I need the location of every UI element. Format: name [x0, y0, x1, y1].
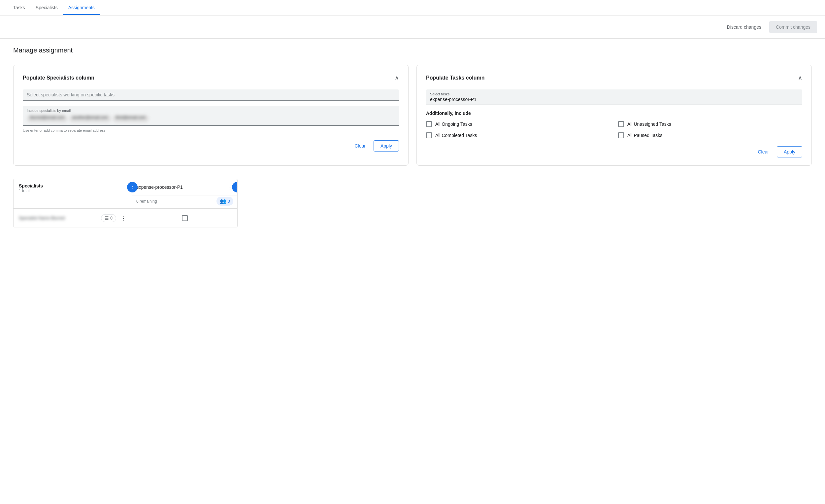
specialists-card-title: Populate Specialists column — [23, 75, 94, 81]
badge-number: 0 — [228, 199, 230, 204]
checkbox-ongoing-box[interactable] — [426, 121, 432, 127]
main-content: Populate Specialists column ∧ Include sp… — [0, 59, 825, 240]
header-bar: Discard changes Commit changes — [0, 16, 825, 39]
tasks-select-input[interactable] — [430, 97, 798, 104]
commit-changes-button[interactable]: Commit changes — [769, 21, 817, 33]
specialist-task-count: 0 — [110, 216, 112, 220]
col-specialists-header: Specialists 1 total — [13, 179, 132, 208]
checkbox-unassigned-label: All Unassigned Tasks — [627, 122, 671, 127]
task-sub-row: 0 remaining 👥 0 — [132, 195, 237, 208]
col-specialists-title: Specialists — [19, 183, 127, 189]
task-assignment-checkbox[interactable] — [182, 215, 188, 221]
specialist-cell: Specialist Name Blurred ☰ 0 ⋮ — [13, 209, 132, 227]
tab-specialists[interactable]: Specialists — [30, 1, 63, 15]
task-name: expense-processor-P1 — [136, 185, 183, 190]
task-cell[interactable] — [132, 209, 237, 227]
email-tag: blurred@email.com — [27, 115, 68, 123]
checkbox-unassigned-box[interactable] — [618, 121, 624, 127]
specialist-badge: ☰ 0 — [101, 214, 116, 222]
checkbox-grid: All Ongoing Tasks All Unassigned Tasks A… — [426, 121, 802, 138]
email-tag: third@email.com — [112, 115, 149, 123]
specialists-card: Populate Specialists column ∧ Include sp… — [13, 65, 408, 166]
email-tag: another@email.com — [69, 115, 111, 123]
tab-assignments[interactable]: Assignments — [63, 1, 100, 15]
checkbox-unassigned[interactable]: All Unassigned Tasks — [618, 121, 802, 127]
table-header-row: Specialists 1 total ‹ expense-processor-… — [13, 179, 237, 209]
tasks-chevron-icon[interactable]: ∧ — [798, 74, 802, 81]
cards-row: Populate Specialists column ∧ Include sp… — [13, 65, 812, 166]
checkbox-completed-label: All Completed Tasks — [435, 133, 477, 138]
badge-count: 👥 0 — [217, 197, 233, 206]
tasks-select-field[interactable]: Select tasks — [426, 89, 802, 105]
specialists-select-field[interactable] — [23, 89, 399, 101]
checkbox-paused-label: All Paused Tasks — [627, 133, 662, 138]
checkbox-completed[interactable]: All Completed Tasks — [426, 132, 610, 138]
remaining-text: 0 remaining — [136, 199, 157, 204]
discard-changes-button[interactable]: Discard changes — [722, 22, 767, 32]
specialists-select-input[interactable] — [27, 92, 395, 100]
checkbox-paused-box[interactable] — [618, 132, 624, 138]
tasks-apply-button[interactable]: Apply — [777, 146, 802, 157]
email-box: Include specialists by email blurred@ema… — [23, 106, 399, 126]
badge-people-icon: 👥 — [220, 198, 226, 204]
prev-task-button[interactable]: ‹ — [127, 182, 138, 193]
col-specialists-count: 1 total — [19, 189, 127, 193]
specialists-card-header: Populate Specialists column ∧ — [23, 74, 399, 81]
specialist-name: Specialist Name Blurred — [19, 216, 97, 220]
specialists-card-actions: Clear Apply — [23, 140, 399, 151]
task-header: ‹ expense-processor-P1 ⋮ › — [132, 179, 237, 195]
tasks-select-label: Select tasks — [430, 92, 798, 96]
tab-tasks[interactable]: Tasks — [8, 1, 30, 15]
specialist-list-icon: ☰ — [104, 216, 109, 221]
specialist-more-icon[interactable]: ⋮ — [120, 214, 127, 222]
checkbox-completed-box[interactable] — [426, 132, 432, 138]
col-task-header: ‹ expense-processor-P1 ⋮ › 0 remaining 👥… — [132, 179, 237, 208]
specialists-clear-button[interactable]: Clear — [352, 141, 368, 151]
specialists-chevron-icon[interactable]: ∧ — [395, 74, 399, 81]
checkbox-ongoing-label: All Ongoing Tasks — [435, 122, 472, 127]
tasks-card-header: Populate Tasks column ∧ — [426, 74, 802, 81]
tasks-card: Populate Tasks column ∧ Select tasks Add… — [417, 65, 812, 166]
checkbox-paused[interactable]: All Paused Tasks — [618, 132, 802, 138]
tasks-clear-button[interactable]: Clear — [755, 147, 771, 157]
specialists-apply-button[interactable]: Apply — [374, 140, 399, 151]
tasks-card-title: Populate Tasks column — [426, 75, 485, 81]
top-nav: Tasks Specialists Assignments — [0, 0, 825, 16]
email-label: Include specialists by email — [27, 109, 395, 113]
assignments-table: Specialists 1 total ‹ expense-processor-… — [13, 179, 238, 227]
additionally-label: Additionally, include — [426, 111, 802, 116]
email-hint: Use enter or add comma to separate email… — [23, 128, 399, 132]
table-row: Specialist Name Blurred ☰ 0 ⋮ — [13, 209, 237, 227]
tasks-card-actions: Clear Apply — [426, 146, 802, 157]
page-title: Manage assignment — [0, 39, 825, 59]
checkbox-ongoing[interactable]: All Ongoing Tasks — [426, 121, 610, 127]
email-tags: blurred@email.com another@email.com thir… — [27, 115, 395, 123]
